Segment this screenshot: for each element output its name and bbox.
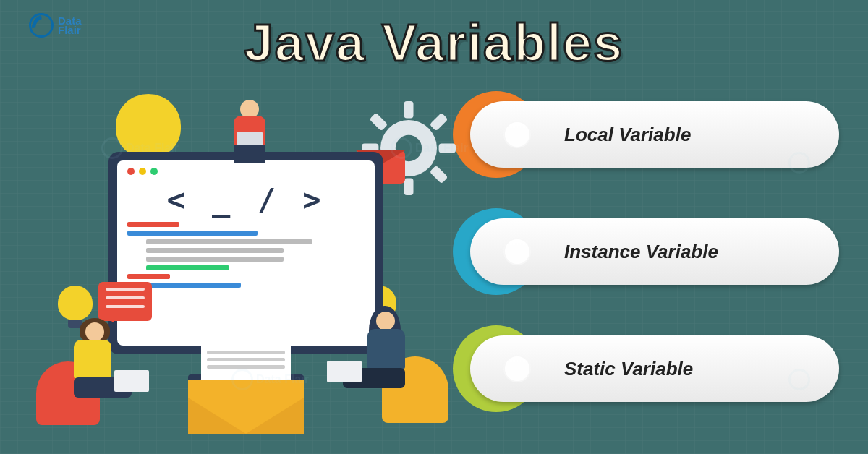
brand-name-line2: Flair: [58, 25, 82, 35]
svg-rect-4: [439, 144, 456, 153]
person-left: [43, 318, 152, 441]
code-lines: [127, 222, 365, 288]
brand-logo: Data Flair: [29, 13, 82, 38]
variable-types-list: Local Variable Instance Variable Static …: [470, 101, 839, 402]
svg-rect-2: [404, 179, 414, 195]
variable-type-local: Local Variable: [470, 101, 839, 168]
envelope-icon: [188, 354, 304, 434]
variable-type-label: Instance Variable: [470, 218, 839, 285]
window-dot-green-icon: [150, 168, 158, 175]
code-symbol: < _ / >: [127, 182, 365, 218]
speech-bubble-icon: [98, 282, 152, 321]
person-top: [221, 100, 278, 172]
brand-logo-text: Data Flair: [58, 16, 82, 35]
svg-rect-7: [430, 113, 448, 132]
laptop-icon: [327, 361, 362, 382]
window-dot-red-icon: [127, 168, 135, 175]
person-right: [326, 307, 441, 441]
laptop-icon: [114, 370, 149, 392]
svg-rect-5: [370, 113, 388, 132]
svg-rect-6: [430, 166, 448, 184]
variable-type-static: Static Variable: [470, 335, 839, 402]
variable-type-label: Static Variable: [470, 335, 839, 402]
svg-rect-1: [404, 101, 414, 118]
brand-logo-icon: [29, 13, 54, 38]
window-dot-yellow-icon: [139, 168, 146, 175]
variable-type-label: Local Variable: [470, 101, 839, 168]
hero-illustration: < _ / >: [43, 108, 448, 427]
page-title: Java Variables: [244, 13, 624, 72]
variable-type-instance: Instance Variable: [470, 218, 839, 285]
